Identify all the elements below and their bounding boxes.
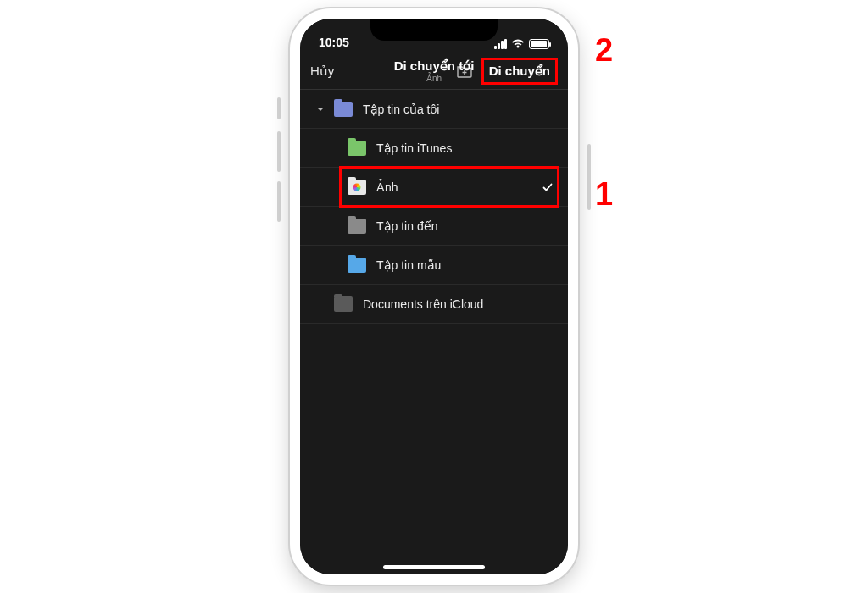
callout-1: 1 [595,176,613,213]
cellular-signal-icon [494,39,507,49]
folder-icon [334,102,353,117]
battery-icon [529,39,549,49]
folder-label: Tập tin iTunes [376,141,556,155]
cancel-button[interactable]: Hủy [310,64,334,79]
status-time: 10:05 [319,36,349,49]
folder-row-anh[interactable]: Ảnh [300,168,568,207]
folder-icon [348,180,366,195]
folder-row-root[interactable]: Tập tin của tôi [300,90,568,129]
folder-label: Ảnh [376,180,539,194]
move-button[interactable]: Di chuyển [481,58,558,85]
folder-icon [348,258,366,273]
folder-label: Tập tin của tôi [363,103,556,116]
folder-icon [334,296,353,312]
folder-row-itunes[interactable]: Tập tin iTunes [300,129,568,168]
phone-volume-down [277,181,281,222]
phone-mute-switch [277,97,281,119]
phone-volume-up [277,131,281,172]
folder-label: Documents trên iCloud [363,297,556,311]
callout-2: 2 [595,32,613,69]
phone-power-button [587,144,591,210]
nav-title: Di chuyển tới [394,58,475,74]
status-icons [494,39,549,49]
wifi-icon [511,39,525,49]
folder-label: Tập tin đến [376,219,556,233]
home-indicator[interactable] [383,565,485,569]
folder-icon [348,219,366,234]
folder-row-sample[interactable]: Tập tin mẫu [300,246,568,285]
phone-frame: 10:05 Hủy Di chuyển tới Ảnh [290,8,578,585]
checkmark-icon [539,181,556,193]
folder-row-icloud-docs[interactable]: Documents trên iCloud [300,285,568,324]
nav-subtitle: Ảnh [394,74,475,83]
folder-list: Tập tin của tôi Tập tin iTunes Ảnh Tập t… [300,90,568,574]
chevron-down-icon[interactable] [312,104,329,114]
nav-title-block: Di chuyển tới Ảnh [394,58,475,83]
folder-label: Tập tin mẫu [376,258,556,272]
folder-icon [348,141,366,156]
notch [370,19,498,41]
folder-row-incoming[interactable]: Tập tin đến [300,207,568,246]
nav-bar: Hủy Di chuyển tới Ảnh Di chuyển [300,53,568,90]
screen: 10:05 Hủy Di chuyển tới Ảnh [300,19,568,574]
